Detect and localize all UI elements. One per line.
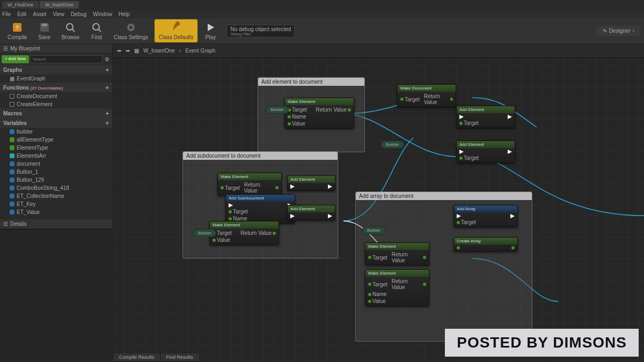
menu-file[interactable]: File bbox=[2, 11, 11, 17]
variable-item[interactable]: document bbox=[0, 160, 112, 168]
save-button[interactable]: Save bbox=[34, 19, 55, 42]
debug-filter-combo[interactable]: No debug object selected Debug Filter bbox=[226, 25, 295, 38]
bottom-tabs: Compile Results Find Results bbox=[113, 352, 200, 362]
var-icon bbox=[10, 178, 14, 182]
graph-icon: ▦ bbox=[10, 76, 14, 82]
node-header: Add Element bbox=[288, 205, 335, 212]
variable-item[interactable]: builder bbox=[0, 128, 112, 136]
tab-find-results[interactable]: Find Results bbox=[161, 353, 199, 361]
graph-node[interactable]: Add Element Target bbox=[456, 141, 515, 163]
var-icon bbox=[10, 210, 14, 215]
variable-item[interactable]: ComboBoxString_418 bbox=[0, 184, 112, 192]
variable-item[interactable]: ElementsArr bbox=[0, 152, 112, 160]
compile-icon: ? bbox=[11, 21, 23, 33]
functions-category[interactable]: Functions (27 Overridable)+ bbox=[0, 83, 112, 92]
graph-node[interactable]: Make Element TargetReturn ValueValue bbox=[209, 221, 279, 245]
breadcrumb-leaf[interactable]: Event Graph bbox=[185, 48, 215, 54]
find-button[interactable]: Find bbox=[86, 19, 107, 42]
menu-help[interactable]: Help bbox=[119, 11, 130, 17]
comment-title[interactable]: Add element to document bbox=[258, 78, 364, 86]
graph-node[interactable]: Add Array Target bbox=[453, 205, 518, 227]
menu-view[interactable]: View bbox=[53, 11, 64, 17]
class-settings-button[interactable]: Class Settings bbox=[109, 19, 152, 42]
variable-item[interactable]: Button_129 bbox=[0, 176, 112, 184]
node-header: Make Element bbox=[218, 173, 281, 180]
comment-title[interactable]: Add array to document bbox=[356, 192, 532, 200]
variable-get-node[interactable]: Builder bbox=[362, 226, 385, 234]
menu-window[interactable]: Window bbox=[93, 11, 112, 17]
nav-fwd-icon[interactable]: ➡ bbox=[126, 48, 130, 54]
window-tab[interactable]: W_FindOne bbox=[2, 1, 39, 9]
class-defaults-button[interactable]: Class Defaults bbox=[155, 19, 197, 42]
variable-item[interactable]: ElementType bbox=[0, 144, 112, 152]
graph-node[interactable]: Add Subdocument TargetName bbox=[225, 194, 295, 224]
toolbar: ? Compile Save Browse Find Class Setting… bbox=[0, 18, 644, 44]
node-header: Add Element bbox=[457, 106, 515, 113]
node-header: Add Subdocument bbox=[226, 195, 295, 202]
variable-item[interactable]: allElementType bbox=[0, 136, 112, 144]
variable-item[interactable]: ET_Key bbox=[0, 200, 112, 208]
variable-get-node[interactable]: Builder bbox=[193, 229, 216, 237]
variable-item[interactable]: Button_1 bbox=[0, 168, 112, 176]
designer-toggle[interactable]: ✎ Designer › bbox=[596, 26, 641, 36]
search-input[interactable] bbox=[30, 55, 103, 63]
nav-back-icon[interactable]: ⬅ bbox=[117, 48, 121, 54]
node-header: Make Element bbox=[365, 243, 429, 250]
node-header: Make Element bbox=[285, 98, 354, 105]
comment-title[interactable]: Add subdocument to document bbox=[183, 152, 338, 160]
settings-icon[interactable]: ⚙ bbox=[104, 55, 111, 63]
menu-asset[interactable]: Asset bbox=[33, 11, 46, 17]
tab-compile-results[interactable]: Compile Results bbox=[114, 353, 160, 361]
function-item[interactable]: CreateDocument bbox=[0, 92, 112, 100]
compile-button[interactable]: ? Compile bbox=[3, 19, 32, 42]
window-tab[interactable]: W_InsertOne bbox=[40, 1, 79, 9]
plus-icon[interactable]: + bbox=[106, 84, 109, 91]
add-new-button[interactable]: + Add New bbox=[2, 55, 29, 63]
graph-node[interactable]: Add Element bbox=[287, 175, 335, 191]
node-header: Make Document bbox=[398, 85, 456, 92]
graph-node[interactable]: Add Element Target bbox=[456, 106, 515, 128]
browse-button[interactable]: Browse bbox=[57, 19, 84, 42]
panel-icon: ☰ bbox=[3, 221, 8, 227]
plus-icon[interactable]: + bbox=[106, 120, 109, 126]
play-button[interactable]: Play bbox=[200, 19, 221, 42]
graph-node[interactable]: Make Element TargetReturn Value bbox=[365, 242, 429, 265]
variables-category[interactable]: Variables+ bbox=[0, 118, 112, 128]
chevron-right-icon: › bbox=[179, 48, 181, 54]
plus-icon[interactable]: + bbox=[106, 67, 109, 73]
node-header: Add Element bbox=[288, 176, 335, 183]
plus-icon[interactable]: + bbox=[106, 110, 109, 116]
node-header: Add Element bbox=[457, 141, 515, 148]
node-header: Make Element bbox=[210, 221, 279, 228]
graphs-category[interactable]: Graphs+ bbox=[0, 65, 112, 75]
var-icon bbox=[10, 186, 14, 190]
details-panel bbox=[0, 229, 112, 362]
variable-item[interactable]: ET_Value bbox=[0, 208, 112, 216]
variable-get-node[interactable]: Builder bbox=[266, 106, 289, 114]
var-icon bbox=[10, 129, 14, 134]
graph-node[interactable]: Create Array bbox=[453, 237, 518, 252]
svg-rect-3 bbox=[42, 24, 47, 26]
browse-icon bbox=[64, 21, 76, 33]
event-graph-canvas[interactable]: ⬅ ➡ ▦ W_InsertOne › Event Graph Add elem… bbox=[113, 44, 644, 362]
graph-node[interactable]: Make Element TargetReturn ValueNameValue bbox=[365, 269, 429, 306]
node-header: Make Element bbox=[365, 270, 429, 277]
graph-item-eventgraph[interactable]: ▦EventGraph bbox=[0, 75, 112, 83]
menu-edit[interactable]: Edit bbox=[17, 11, 26, 17]
menu-debug[interactable]: Debug bbox=[71, 11, 86, 17]
wrench-icon bbox=[170, 21, 182, 33]
node-header: Add Array bbox=[454, 205, 517, 212]
graph-node[interactable]: Add Element bbox=[287, 205, 335, 220]
brush-icon: ✎ bbox=[603, 28, 607, 34]
variable-item[interactable]: ET_CollectionName bbox=[0, 192, 112, 200]
var-icon bbox=[10, 145, 14, 150]
function-icon bbox=[10, 94, 14, 99]
variable-get-node[interactable]: Builder bbox=[381, 141, 404, 149]
breadcrumb-root[interactable]: W_InsertOne bbox=[143, 48, 175, 54]
graph-node[interactable]: Make Element TargetReturn Value Name Val… bbox=[284, 98, 354, 129]
graph-node[interactable]: Make Document TargetReturn Value bbox=[397, 84, 456, 107]
macros-category[interactable]: Macros+ bbox=[0, 108, 112, 118]
graph-node[interactable]: Make Element TargetReturn Value bbox=[217, 173, 282, 196]
function-item[interactable]: CreateElement bbox=[0, 100, 112, 108]
watermark: POSTED BY DIMSONS bbox=[445, 329, 639, 357]
